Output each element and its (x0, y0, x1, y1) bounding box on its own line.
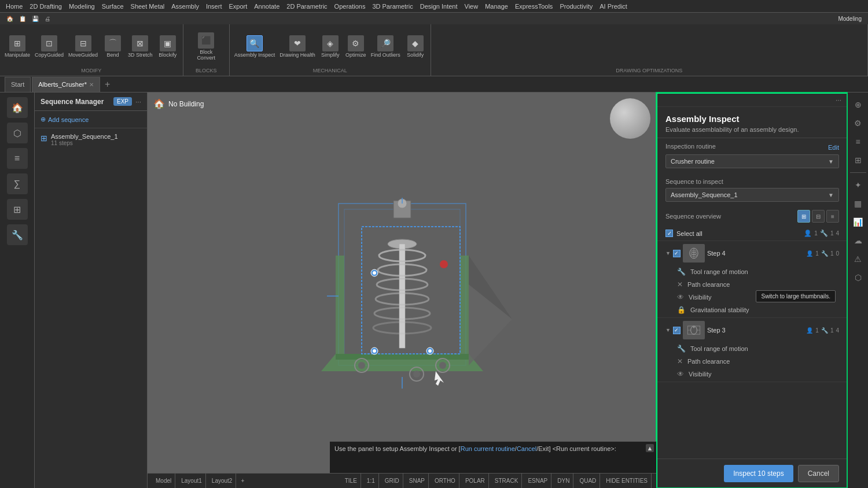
copyguided-icon: ⊡ (41, 35, 57, 51)
menu-item-sheet-metal[interactable]: Sheet Metal (127, 3, 168, 10)
tab-add-button[interactable]: + (101, 79, 113, 90)
esnap-status[interactable]: ESNAP (524, 474, 551, 488)
menu-item-annotate[interactable]: Annotate (251, 3, 283, 10)
menu-item-productivity[interactable]: Productivity (556, 3, 596, 10)
select-all-meta: 👤 1 🔧 1 4 (804, 230, 839, 237)
ortho-status[interactable]: ORTHO (431, 474, 459, 488)
toolbar-btn-find-outliers[interactable]: 🔎 Find Outliers (370, 34, 402, 60)
add-sequence-button[interactable]: ⊕ Add sequence (35, 111, 147, 128)
layout1-tab[interactable]: Layout1 (178, 474, 206, 488)
sidebar-icon-layers[interactable]: ≡ (7, 148, 28, 169)
toolbar-btn-copyguided[interactable]: ⊡ CopyGuided (34, 34, 65, 60)
rs-icon-cursor2[interactable]: ✦ (851, 178, 866, 193)
rs-icon-warning[interactable]: ⚠ (851, 252, 866, 267)
step-4-header[interactable]: ▼ ✓ Step 4 (657, 241, 847, 265)
menu-item-home[interactable]: Home (2, 3, 26, 10)
quad-status[interactable]: QUAD (576, 474, 600, 488)
polar-status[interactable]: POLAR (462, 474, 489, 488)
toolbar-btn-solidify[interactable]: ◆ Solidify (404, 34, 427, 60)
sidebar-icon-grid[interactable]: ⊞ (7, 199, 28, 220)
sidebar-icon-formula[interactable]: ∑ (7, 173, 28, 194)
toolbar-btn-assembly-inspect[interactable]: 🔍 Assembly Inspect (233, 34, 277, 60)
sidebar-icon-3d[interactable]: ⬡ (7, 123, 28, 143)
cancel-button[interactable]: Cancel (798, 465, 839, 482)
toolbar-btn-bend[interactable]: ⌒ Bend (101, 34, 124, 60)
rs-icon-cursor[interactable]: ⊕ (851, 97, 866, 112)
toolbar-group-modify: ⊞ Manipulate ⊡ CopyGuided ⊟ MoveGuided ⌒… (0, 24, 183, 76)
overview-btn-details[interactable]: ≡ (826, 210, 839, 223)
menu-item-export[interactable]: Export (225, 3, 251, 10)
layout2-tab[interactable]: Layout2 (208, 474, 237, 488)
inspect-scroll-area[interactable]: ✓ Select all 👤 1 🔧 1 4 ▼ ✓ (657, 226, 847, 459)
step-4-expand-icon[interactable]: ▼ (665, 250, 671, 256)
rs-icon-settings[interactable]: ⚙ (851, 116, 866, 131)
step-4-checkbox[interactable]: ✓ (673, 250, 681, 257)
toolbar-icon-4[interactable]: 🖨 (43, 16, 52, 22)
menu-item-expresstools[interactable]: ExpressTools (512, 3, 556, 10)
menu-item-insert[interactable]: Insert (203, 3, 226, 10)
menu-item-2d-parametric[interactable]: 2D Parametric (283, 3, 330, 10)
toolbar-btn-blockify[interactable]: ▣ Blockify (156, 34, 179, 60)
toolbar-btn-moveguided[interactable]: ⊟ MoveGuided (67, 34, 99, 60)
menu-item-assembly[interactable]: Assembly (168, 3, 203, 10)
rs-icon-cloud[interactable]: ☁ (851, 233, 866, 248)
dyn-status[interactable]: DYN (554, 474, 573, 488)
sidebar-icon-home[interactable]: 🏠 (7, 97, 28, 118)
add-layout-icon[interactable]: + (238, 478, 247, 484)
model-tab[interactable]: Model (152, 474, 175, 488)
tile-status[interactable]: TILE (341, 474, 361, 488)
toolbar-icon-1[interactable]: 🏠 (5, 16, 15, 22)
toolbar-btn-manipulate[interactable]: ⊞ Manipulate (3, 34, 31, 60)
menu-item-3d-parametric[interactable]: 3D Parametric (369, 3, 416, 10)
exp-badge[interactable]: EXP (113, 97, 132, 106)
rs-icon-grid[interactable]: ⊞ (851, 153, 866, 168)
toolbar-btn-simplify[interactable]: ◈ Simplify (319, 34, 342, 60)
menu-item-modeling[interactable]: Modeling (65, 3, 98, 10)
inspect-steps-button[interactable]: Inspect 10 steps (724, 465, 793, 482)
step-3-checkbox[interactable]: ✓ (673, 327, 681, 334)
gravitational-label: Gravitational stability (690, 306, 749, 313)
seq-panel-menu[interactable]: ··· (135, 98, 141, 106)
rs-icon-layers[interactable]: ≡ (851, 134, 866, 149)
tab-start[interactable]: Start (5, 77, 31, 92)
toolbar-btn-blockconvert[interactable]: ⬛ BlockConvert (194, 31, 218, 62)
step-3-header[interactable]: ▼ ✓ Step 3 (657, 318, 847, 342)
snap-status[interactable]: SNAP (406, 474, 429, 488)
overview-btn-list[interactable]: ⊟ (812, 210, 825, 223)
routine-dropdown[interactable]: Crusher routine ▼ (665, 154, 839, 168)
tab-bar: Start Alberts_Crusher* ✕ + (0, 76, 868, 93)
toolbar-btn-optimize[interactable]: ⚙ Optimize (344, 34, 367, 60)
scale-status[interactable]: 1:1 (363, 474, 379, 488)
rs-icon-chart[interactable]: 📊 (851, 215, 866, 230)
menu-item-operations[interactable]: Operations (331, 3, 369, 10)
overview-btn-thumbnails[interactable]: ⊞ (797, 210, 810, 223)
grid-status[interactable]: GRID (381, 474, 403, 488)
hide-entities-status[interactable]: HIDE ENTITIES (602, 474, 652, 488)
inspect-panel-dots[interactable]: ··· (836, 96, 841, 104)
menu-item-view[interactable]: View (461, 3, 482, 10)
menu-item-design-intent[interactable]: Design Intent (417, 3, 461, 10)
select-all-checkbox[interactable]: ✓ (665, 230, 673, 237)
menu-item-2d-drafting[interactable]: 2D Drafting (26, 3, 65, 10)
sequence-item-0[interactable]: ⊞ Assembly_Sequence_1 11 steps (35, 128, 147, 151)
toolbar-btn-3dstretch[interactable]: ⊠ 3D Stretch (127, 34, 154, 60)
strack-status[interactable]: STRACK (491, 474, 523, 488)
rs-icon-table[interactable]: ▦ (851, 196, 866, 211)
menu-item-ai-predict[interactable]: AI Predict (596, 3, 631, 10)
tab-alberts-close[interactable]: ✕ (89, 82, 94, 88)
toolbar-btn-drawing-health[interactable]: ❤ Drawing Health (278, 34, 317, 60)
sequence-dropdown[interactable]: Assembly_Sequence_1 ▼ (665, 188, 839, 202)
toolbar-icon-2[interactable]: 📋 (17, 16, 28, 22)
sidebar-icon-tool[interactable]: 🔧 (7, 224, 28, 245)
step-3-expand-icon[interactable]: ▼ (665, 327, 671, 333)
orientation-sphere[interactable] (610, 98, 650, 139)
menu-bar: Home 2D Drafting Modeling Surface Sheet … (0, 0, 868, 13)
tab-alberts-crusher[interactable]: Alberts_Crusher* ✕ (32, 77, 100, 92)
toolbar-icon-3[interactable]: 💾 (30, 16, 41, 22)
menu-item-surface[interactable]: Surface (98, 3, 127, 10)
edit-link[interactable]: Edit (828, 144, 839, 151)
cmdline-scroll[interactable]: ▲ (646, 444, 654, 452)
viewport[interactable]: 🏠 No Building (148, 93, 656, 488)
menu-item-manage[interactable]: Manage (481, 3, 512, 10)
rs-icon-box[interactable]: ⬡ (851, 270, 866, 285)
